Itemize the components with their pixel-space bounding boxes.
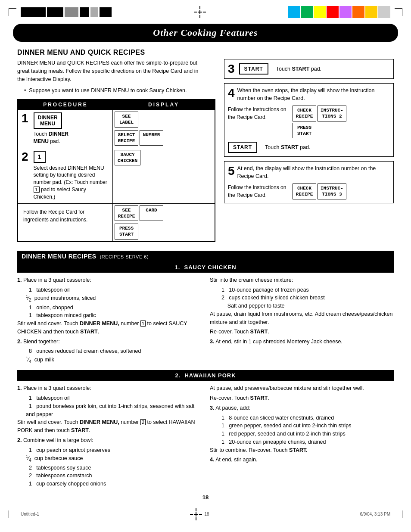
step-num-2: 2: [22, 151, 28, 163]
list-item: 2 tablespoons soy sauce: [26, 464, 201, 472]
proc-row-2: 2 1 Select desired DINNER MENU setting b…: [18, 148, 215, 203]
r2-step3-label: 3. At pause, add:: [210, 404, 394, 412]
list-item: 1 20-ounce can pineapple chunks, drained: [218, 438, 394, 446]
r2-at-pause: At pause, add preserves/barbecue mixture…: [210, 384, 394, 392]
step4-text: When the oven stops, the display will sh…: [237, 87, 390, 102]
r2-stir-text: Stir well and cover. Touch DINNER MENU, …: [17, 418, 201, 435]
step5-follow-text: Follow the instructions on the Recipe Ca…: [228, 184, 288, 199]
step4-start-text: Touch START pad.: [265, 144, 310, 150]
list-item: 1 tablespoon minced garlic: [26, 311, 201, 320]
footer-right: 6/9/04, 3:13 PM: [360, 512, 390, 516]
page-title: Other Cooking Features: [153, 27, 258, 38]
crosshair-top: [194, 6, 206, 18]
display-select-recipe: SELECTRECIPE: [115, 130, 138, 146]
list-item: 1 8-ounce can sliced water chestnuts, dr…: [218, 414, 394, 422]
page-number: 18: [0, 494, 411, 501]
display-check-recipe-5: CHECKRECIPE: [293, 184, 316, 199]
r2-step1-label: 1. Place in a 3 quart casserole:: [17, 384, 201, 392]
list-item: 8 ounces reduced fat cream cheese, softe…: [26, 347, 201, 355]
section1-title: DINNER MENU AND QUICK RECIPES: [17, 49, 394, 56]
display-card: CARD: [140, 205, 163, 221]
list-item: 1 tablespoon oil: [26, 286, 201, 294]
r2-stir-combine: Stir to combine. Re-cover. Touch START.: [210, 446, 394, 454]
recipes-header: DINNER MENU RECIPES (RECIPES SERVE 6): [17, 251, 394, 262]
corner-mark-bl: [9, 510, 16, 518]
right-step-num-5: 5: [228, 165, 235, 177]
proc-left-2: 2 1 Select desired DINNER MENU setting b…: [18, 148, 113, 203]
list-item: 1 pound boneless pork loin, cut into 1-i…: [26, 402, 201, 419]
step-num-1: 1: [22, 112, 28, 124]
right-step-5: 5 At end, the display will show the inst…: [224, 161, 394, 203]
display-saucy-chicken: SAUCYCHICKEN: [115, 150, 140, 166]
step1-text: Touch DINNERMENU pad.: [34, 131, 68, 145]
proc-right-1: SEELABEL SELECTRECIPE NUMBER: [113, 110, 215, 148]
r2-step2-list: 1 cup peach or apricot preserves 1⁄4 cup…: [26, 446, 201, 488]
print-marks-top: [0, 0, 411, 24]
r1-at-pause: At pause, drain liquid from mushrooms, e…: [210, 310, 394, 327]
list-item: 1 green pepper, seeded and cut into 2-in…: [218, 422, 394, 430]
r1-step1-label: 1. Place in a 3 quart casserole:: [17, 276, 201, 284]
display-instructions-3: INSTRUC-TIONS 3: [318, 184, 346, 199]
r2-recover: Re-cover. Touch START.: [210, 394, 394, 402]
display-see-label: SEELABEL: [115, 112, 138, 128]
r2-step3-list: 1 8-ounce can sliced water chestnuts, dr…: [218, 414, 394, 446]
recipe1-col1: 1. Place in a 3 quart casserole: 1 table…: [17, 276, 201, 365]
footer-left: Untitled-1: [21, 512, 39, 516]
recipe2-wrapper: 2. HAWAIIAN PORK 1. Place in a 3 quart c…: [17, 370, 394, 488]
corner-mark-br: [395, 510, 402, 518]
proc-left-follow: Follow the Recipe Card for ingredients a…: [18, 204, 113, 241]
display-press-start: PRESSSTART: [115, 224, 138, 240]
proc-row-follow: Follow the Recipe Card for ingredients a…: [18, 203, 215, 241]
crosshair-bottom: [190, 508, 202, 520]
r1-stir-list: 1 10-ounce package of frozen peas 2 cups…: [218, 286, 394, 310]
recipe2-title-bar: 2. HAWAIIAN PORK: [17, 370, 394, 381]
col-left: DINNER MENU and QUICK RECIPES each offer…: [17, 59, 215, 242]
r1-step2-label: 2. Blend together:: [17, 338, 201, 346]
recipe1-title-bar: 1. SAUCY CHICKEN: [17, 262, 394, 273]
display-see-recipe: SEERECIPE: [115, 205, 138, 221]
color-swatches-top: [288, 6, 390, 18]
r2-step2-label: 2. Combine well in a large bowl:: [17, 436, 201, 445]
procedure-header: PROCEDURE DISPLAY: [18, 100, 215, 109]
follow-recipe-text: Follow the Recipe Card for ingredients a…: [22, 206, 109, 225]
recipes-section: DINNER MENU RECIPES (RECIPES SERVE 6) 1.…: [17, 251, 394, 488]
proc-right-follow: SEERECIPE CARD PRESSSTART: [113, 204, 215, 241]
page-header: Other Cooking Features: [13, 24, 398, 42]
recipe2-content: 1. Place in a 3 quart casserole: 1 table…: [17, 384, 394, 488]
r2-step1-list: 1 tablespoon oil 1 pound boneless pork l…: [26, 394, 201, 418]
procedure-table: PROCEDURE DISPLAY 1 DINNERMENU Touch DIN…: [17, 99, 215, 242]
list-item: Salt and pepper to taste: [218, 302, 394, 310]
corner-mark-tl: [9, 8, 16, 16]
display-header-label: DISPLAY: [113, 100, 215, 109]
list-item: 1 tablespoon oil: [26, 394, 201, 402]
proc-right-2: SAUCYCHICKEN: [113, 148, 215, 203]
r1-recover: Re-cover. Touch START.: [210, 328, 394, 336]
list-item: 1⁄4 cup barbecue sauce: [26, 454, 201, 464]
col-right: 3 START Touch START pad. 4 When the oven…: [224, 59, 394, 242]
number-1-box: 1: [34, 151, 46, 163]
display-press-start-4: PRESSSTART: [293, 123, 316, 139]
list-item: 1 cup peach or apricot preserves: [26, 446, 201, 454]
proc-row-1: 1 DINNERMENU Touch DINNERMENU pad. SEELA…: [18, 109, 215, 148]
start-button-4[interactable]: START: [228, 142, 257, 153]
corner-mark-tr: [395, 8, 402, 16]
right-step-num-3: 3: [228, 63, 235, 75]
step3-text: Touch START pad.: [276, 66, 321, 72]
display-number: NUMBER: [140, 130, 163, 146]
r1-step2-list: 8 ounces reduced fat cream cheese, softe…: [26, 347, 201, 365]
right-step-3: 3 START Touch START pad.: [224, 59, 394, 79]
display-instructions-2: INSTRUC-TIONS 2: [318, 106, 346, 121]
footer-center: 18: [205, 512, 209, 516]
recipe1-col2: Stir into the cream cheese mixture: 1 10…: [210, 276, 394, 365]
list-item: 1 10-ounce package of frozen peas: [218, 286, 394, 294]
recipe1-title: 1. SAUCY CHICKEN: [174, 264, 236, 271]
right-step-4: 4 When the oven stops, the display will …: [224, 83, 394, 157]
list-item: 1 onion, chopped: [26, 304, 201, 312]
recipes-subtitle: (RECIPES SERVE 6): [100, 254, 149, 259]
recipe2-col2: At pause, add preserves/barbecue mixture…: [210, 384, 394, 488]
recipe1-content: 1. Place in a 3 quart casserole: 1 table…: [17, 276, 394, 365]
recipe2-col1: 1. Place in a 3 quart casserole: 1 table…: [17, 384, 201, 488]
start-button-3[interactable]: START: [239, 63, 268, 75]
print-marks-bottom: Untitled-1 18 6/9/04, 3:13 PM: [0, 505, 411, 524]
step5-text: At end, the display will show the instru…: [237, 165, 390, 180]
